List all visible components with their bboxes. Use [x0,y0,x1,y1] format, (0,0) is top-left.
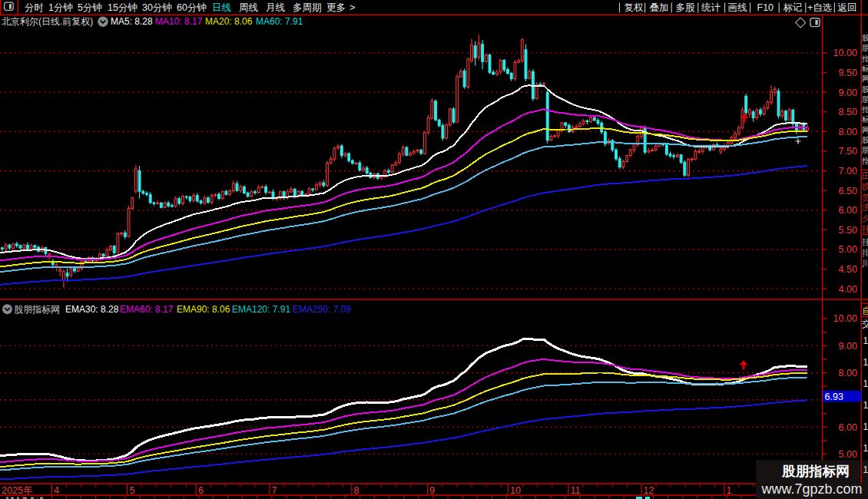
svg-text:标: 标 [861,115,868,124]
svg-text:更多: 更多 [326,2,346,13]
svg-text:1: 1 [863,378,868,389]
svg-text:7: 7 [272,485,277,496]
svg-text:10.00: 10.00 [833,48,857,58]
svg-text:标记: 标记 [784,2,803,13]
svg-text:指: 指 [862,55,868,63]
svg-text:12: 12 [644,485,654,496]
svg-text:股朋指标网: 股朋指标网 [781,464,850,479]
svg-text:>: > [350,2,355,13]
svg-text:6.50: 6.50 [838,186,857,197]
svg-text:9.50: 9.50 [838,68,857,78]
svg-text:+自选: +自选 [807,2,832,13]
svg-text:分时: 分时 [25,2,44,13]
svg-text:6.00: 6.00 [838,205,857,216]
svg-text:7.00: 7.00 [838,166,857,177]
svg-text:9.00: 9.00 [838,341,857,352]
svg-text:4.00: 4.00 [838,284,857,295]
svg-text:捞: 捞 [862,182,868,191]
svg-text:挂: 挂 [862,224,868,233]
svg-text:1: 1 [863,357,868,368]
svg-text:5.00: 5.00 [838,244,857,255]
svg-text:日线: 日线 [212,2,231,13]
svg-text:多周期: 多周期 [293,2,322,13]
svg-text:EMA250: 7.09: EMA250: 7.09 [293,304,351,315]
svg-text:叠加: 叠加 [650,2,669,13]
svg-text:网: 网 [862,126,868,134]
svg-text:1: 1 [863,335,868,346]
svg-text:1: 1 [727,485,732,496]
svg-text:1分钟: 1分钟 [48,2,73,13]
svg-text:EMA30: 8.28: EMA30: 8.28 [65,304,119,315]
svg-text:复权: 复权 [624,2,644,13]
svg-text:EMA120: 7.91: EMA120: 7.91 [232,304,290,315]
svg-text:6: 6 [198,485,204,496]
svg-text:www.7gpzb.com: www.7gpzb.com [760,481,862,497]
svg-text:9: 9 [429,485,435,496]
svg-text:股: 股 [862,136,868,144]
svg-text:朋: 朋 [862,95,868,104]
svg-text:指: 指 [862,105,868,114]
svg-text:9.00: 9.00 [838,88,857,98]
svg-text:交: 交 [862,319,868,329]
svg-text:自: 自 [862,306,868,316]
svg-text:多股: 多股 [676,2,696,13]
svg-text:60分钟: 60分钟 [177,2,207,13]
svg-text:1: 1 [863,400,868,411]
svg-text:1: 1 [863,464,868,475]
svg-text:涝: 涝 [862,203,868,212]
svg-text:标: 标 [861,64,868,73]
svg-text:30分钟: 30分钟 [142,2,172,13]
svg-text:2025年: 2025年 [2,485,33,496]
svg-text:股: 股 [862,34,868,42]
svg-text:8.00: 8.00 [838,368,857,378]
svg-text:川: 川 [862,259,868,268]
svg-text:1: 1 [863,421,868,432]
svg-text:MA60: 7.91: MA60: 7.91 [256,16,303,27]
svg-text:返回: 返回 [838,2,857,13]
svg-text:股朋指标网: 股朋指标网 [14,304,60,315]
svg-text:5.00: 5.00 [838,449,857,460]
svg-text:挂: 挂 [862,237,868,246]
svg-text:MA5: 8.28: MA5: 8.28 [111,16,153,27]
svg-text:EMA90: 8.06: EMA90: 8.06 [177,304,230,315]
svg-text:11: 11 [571,485,581,496]
svg-text:8.00: 8.00 [838,127,857,137]
svg-text:夕: 夕 [862,213,868,223]
svg-text:画线: 画线 [728,2,747,13]
svg-text:MA10: 8.17: MA10: 8.17 [155,16,203,27]
svg-text:EMA60: 8.17: EMA60: 8.17 [120,304,174,315]
svg-text:统计: 统计 [701,2,721,13]
svg-text:股: 股 [862,85,868,94]
svg-text:15分钟: 15分钟 [108,2,137,13]
svg-text:指: 指 [862,157,868,165]
svg-text:1: 1 [863,443,868,454]
svg-text:朋: 朋 [862,146,868,154]
svg-text:5: 5 [130,485,135,496]
svg-text:F10: F10 [757,2,774,13]
svg-text:朋: 朋 [862,44,868,52]
svg-text:6.00: 6.00 [838,422,857,433]
svg-text:8: 8 [354,485,359,496]
svg-text:田: 田 [862,171,868,180]
svg-text:MA20: 8.06: MA20: 8.06 [205,16,253,27]
svg-text:周线: 周线 [239,2,258,13]
svg-text:排: 排 [862,248,868,257]
svg-text:月线: 月线 [266,2,285,13]
svg-text:网: 网 [862,74,868,83]
svg-text:5.50: 5.50 [838,225,857,236]
svg-text:10.00: 10.00 [833,313,857,324]
svg-text:8.50: 8.50 [838,107,857,117]
svg-text:4: 4 [54,485,59,496]
svg-text:6.93: 6.93 [825,392,843,402]
svg-text:7.50: 7.50 [838,146,857,157]
svg-text:北京利尔(日线.前复权): 北京利尔(日线.前复权) [2,16,93,27]
svg-text:10: 10 [510,485,521,496]
svg-text:5分钟: 5分钟 [78,2,102,13]
svg-text:4.50: 4.50 [838,264,857,275]
svg-text:货: 货 [862,193,868,202]
